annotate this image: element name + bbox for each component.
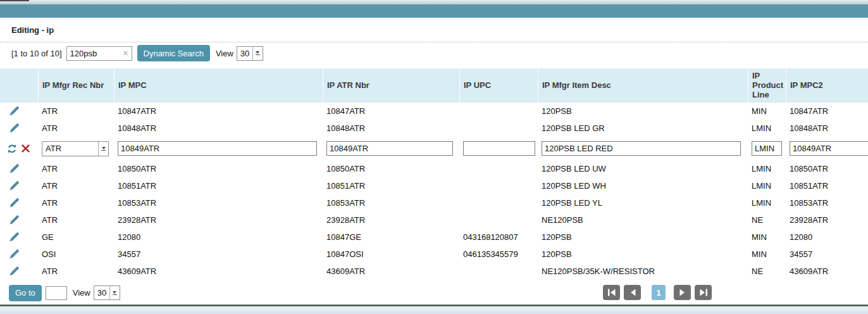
- edit-pencil-icon[interactable]: [9, 123, 20, 134]
- table-row: ATR10851ATR10851ATR120PSB LED WHLMIN1085…: [0, 177, 868, 194]
- cell-mfgr: ATR: [38, 215, 114, 225]
- previous-page-icon: [629, 289, 636, 296]
- record-range-label: [1 to 10 of 10]: [11, 49, 62, 58]
- cell-atr: 10847OSI: [323, 249, 459, 259]
- cell-line: NE: [748, 267, 786, 276]
- footer-view-select[interactable]: 30: [94, 286, 120, 300]
- cell-mpc2: 43609ATR: [786, 267, 868, 276]
- table-row: ATR10848ATR10848ATR120PSB LED GRLMIN1084…: [0, 120, 868, 137]
- cell-mpc2: 10853ATR: [786, 198, 868, 208]
- edit-pencil-icon[interactable]: [9, 232, 20, 242]
- edit-input-mpc2[interactable]: [790, 141, 868, 156]
- row-actions: [0, 123, 38, 134]
- cell-desc: NE120PSB/35K-W/RESISTOR: [538, 267, 748, 276]
- cell-atr: 10851ATR: [323, 181, 459, 191]
- cell-mfgr: ATR: [38, 198, 114, 208]
- table-row: ATR10853ATR10853ATR120PSB LED YLLMIN1085…: [0, 194, 868, 211]
- last-page-button[interactable]: [695, 285, 712, 300]
- previous-page-button[interactable]: [624, 285, 641, 300]
- next-page-icon: [679, 289, 686, 296]
- header-mpc2: IP MPC2: [786, 68, 868, 102]
- table-row: OSI3455710847OSI046135345579120PSBMIN345…: [0, 246, 868, 263]
- cell-atr: 43609ATR: [323, 267, 459, 276]
- cancel-x-icon[interactable]: [22, 144, 30, 153]
- cell-desc: 120PSB: [538, 232, 748, 242]
- goto-page-input[interactable]: [46, 286, 67, 300]
- last-page-icon: [699, 289, 708, 296]
- current-page-button[interactable]: 1: [652, 285, 666, 300]
- cell-desc: 120PSB: [538, 249, 748, 259]
- cell-mfgr: OSI: [38, 249, 114, 259]
- edit-pencil-icon[interactable]: [9, 266, 20, 277]
- table-row: ATR10850ATR10850ATR120PSB LED UWLMIN1085…: [0, 160, 868, 177]
- edit-input-mpc[interactable]: [118, 141, 317, 156]
- edit-pencil-icon[interactable]: [9, 215, 20, 225]
- cell-desc: [538, 141, 748, 156]
- cell-upc: 046135345579: [459, 249, 538, 259]
- page-title: Editing - ip: [11, 25, 54, 35]
- pagination: 1: [603, 285, 712, 300]
- view-label: View: [216, 49, 233, 58]
- edit-input-desc[interactable]: [542, 141, 741, 156]
- cell-atr: 10847ATR: [323, 106, 459, 116]
- cell-mpc2: 10851ATR: [786, 181, 868, 191]
- cell-mpc: 12080: [114, 232, 323, 242]
- table-row: ATR43609ATR43609ATRNE120PSB/35K-W/RESIST…: [0, 263, 868, 280]
- row-actions: [0, 249, 38, 260]
- edit-pencil-icon[interactable]: [9, 198, 20, 208]
- edit-pencil-icon[interactable]: [9, 180, 20, 191]
- table-body: ATR10847ATR10847ATR120PSBMIN10847ATRATR1…: [0, 103, 868, 280]
- edit-input-atr[interactable]: [326, 141, 453, 156]
- row-actions: [0, 180, 38, 191]
- header-actions: [0, 68, 38, 102]
- table-row: ATR23928ATR23928ATRNE120PSBNE23928ATR: [0, 211, 868, 229]
- clear-search-icon[interactable]: ×: [123, 49, 128, 58]
- cell-mpc: 10851ATR: [114, 181, 323, 191]
- cell-atr: 23928ATR: [323, 215, 459, 225]
- edit-pencil-icon[interactable]: [9, 106, 20, 116]
- next-page-button[interactable]: [674, 285, 691, 300]
- row-actions: [0, 144, 38, 154]
- goto-button[interactable]: Go to: [9, 285, 42, 301]
- header-atr-nbr: IP ATR Nbr: [323, 68, 459, 102]
- cell-atr: 10848ATR: [323, 123, 459, 133]
- cell-line: MIN: [748, 232, 786, 242]
- cell-desc: 120PSB LED YL: [538, 198, 748, 208]
- row-actions: [0, 106, 38, 116]
- cell-atr: 10847GE: [323, 232, 459, 242]
- cell-line: MIN: [748, 249, 786, 259]
- refresh-save-icon[interactable]: [7, 144, 17, 154]
- edit-input-line[interactable]: [752, 141, 782, 156]
- top-strip: [0, 0, 868, 4]
- cell-atr: [323, 141, 459, 156]
- cell-desc: 120PSB LED GR: [538, 123, 748, 133]
- mfgr-select[interactable]: ATR: [42, 141, 109, 156]
- cell-mfgr: ATR: [38, 123, 114, 133]
- cell-mpc2: [786, 141, 868, 156]
- edit-input-upc[interactable]: [463, 141, 535, 156]
- cell-desc: 120PSB LED WH: [538, 181, 748, 191]
- cell-line: LMIN: [748, 123, 786, 133]
- edit-pencil-icon[interactable]: [9, 163, 20, 174]
- cell-mpc: 10848ATR: [114, 123, 323, 133]
- cell-mpc2: 12080: [786, 232, 868, 242]
- view-select[interactable]: 30: [237, 46, 263, 61]
- cell-mpc: 43609ATR: [114, 267, 323, 276]
- row-actions: [0, 215, 38, 225]
- cell-line: LMIN: [748, 181, 786, 191]
- cell-mpc: 10847ATR: [114, 106, 323, 116]
- header-mfgr-rec-nbr: IP Mfgr Rec Nbr: [38, 68, 114, 102]
- cell-upc: [459, 141, 538, 156]
- cell-upc: 043168120807: [459, 232, 538, 242]
- cell-mpc: 10850ATR: [114, 164, 323, 173]
- cell-mfgr: ATR: [38, 141, 114, 156]
- edit-pencil-icon[interactable]: [9, 249, 20, 260]
- search-input[interactable]: [70, 49, 120, 58]
- cell-mpc2: 10850ATR: [786, 164, 868, 173]
- dynamic-search-button[interactable]: Dynamic Search: [137, 45, 210, 61]
- cell-atr: 10850ATR: [323, 164, 459, 173]
- cell-line: LMIN: [748, 198, 786, 208]
- teal-header-bar: [0, 4, 868, 18]
- cell-mfgr: ATR: [38, 106, 114, 116]
- first-page-button[interactable]: [603, 285, 620, 300]
